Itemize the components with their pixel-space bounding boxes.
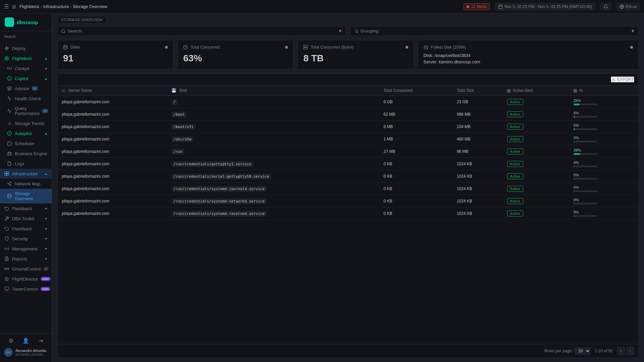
cell-disk: /run — [167, 145, 379, 158]
sidebar-item-network-map[interactable]: Network Map — [0, 179, 52, 189]
cell-alert: Active — [503, 121, 570, 133]
search-filter-box[interactable]: Search: ▼ — [57, 26, 346, 36]
svg-point-42 — [62, 29, 65, 32]
sidebar-item-infrastructure[interactable]: Infrastructure ▲ — [0, 169, 52, 179]
flightdirector-soon-badge: soon — [41, 277, 51, 281]
svg-point-13 — [7, 76, 11, 80]
disk-path: /run — [171, 149, 184, 155]
footer-icons: ⚙ 👤 ⇥ — [0, 336, 52, 345]
sidebar-item-security[interactable]: Security ▼ — [0, 234, 52, 244]
disk-path: /run/credentials/systemd-networkd.servic… — [171, 198, 267, 204]
sidebar-item-flashback[interactable]: Flashback ▼ — [0, 203, 52, 214]
sidebar-item-deploy[interactable]: Deploy — [0, 43, 52, 53]
total-consumed-label: Total Consumed — [191, 45, 220, 50]
scheduler-icon — [7, 141, 12, 146]
sidebar-item-query-performance[interactable]: Query Performance AI — [0, 104, 52, 118]
locale-button[interactable]: EN-us — [616, 3, 640, 10]
total-bytes-dot — [406, 46, 408, 49]
table-scroll[interactable]: ▤ Server Name 💾 Disk Total Consumed — [58, 85, 638, 344]
grid-icon[interactable]: ⊞ — [12, 4, 16, 9]
pct-label: 25% — [574, 99, 634, 103]
pct-label: 28% — [574, 148, 634, 152]
th-consumed[interactable]: Total Consumed — [380, 85, 453, 96]
rows-per-page-select[interactable]: 10 25 50 — [575, 347, 591, 355]
th-pct-icon — [574, 89, 577, 93]
th-server-name[interactable]: ▤ Server Name — [58, 85, 167, 96]
alerts-badge[interactable]: 12 Alerts — [464, 3, 490, 10]
sidebar-item-autopilot[interactable]: Autopilot ▲ — [0, 128, 52, 138]
hamburger-icon[interactable]: ☰ — [4, 3, 9, 10]
sidebar-item-advisor[interactable]: Advisor AI — [0, 83, 52, 94]
cell-consumed: 6 MB — [380, 121, 453, 133]
datetime-button[interactable]: Nov 5, 02:25 PM - Nov 5, 03:25 PM (GMT-0… — [495, 3, 595, 10]
infrastructure-icon — [4, 171, 9, 176]
th-pct[interactable]: % — [570, 85, 638, 96]
progress-bar-fill — [574, 128, 575, 130]
export-button[interactable]: EXPORT — [611, 76, 634, 82]
sidebar-item-dba-toolkit[interactable]: DBA Toolkit ▼ — [0, 214, 52, 224]
grouping-filter-box[interactable]: Grouping: ▼ — [350, 26, 639, 36]
sidebar-item-management[interactable]: Management ▼ — [0, 244, 52, 254]
search-input[interactable] — [85, 28, 336, 34]
advisor-icon — [7, 86, 12, 91]
user-icon[interactable]: 👤 — [22, 338, 29, 344]
network-map-icon — [7, 181, 12, 186]
svg-line-32 — [9, 183, 10, 183]
cell-disk: /boot — [167, 108, 379, 121]
logout-icon[interactable]: ⇥ — [39, 338, 43, 344]
disks-value: 91 — [63, 53, 168, 64]
sidebar-item-cockpit[interactable]: Cockpit ▼ — [0, 63, 52, 73]
svg-rect-26 — [5, 174, 6, 176]
active-badge: Active — [507, 210, 523, 217]
cell-pct: 0% — [570, 195, 638, 207]
next-page-button[interactable]: › — [626, 347, 634, 355]
sidebar-item-flashback2[interactable]: Flashback ▼ — [0, 224, 52, 234]
settings-icon[interactable]: ⚙ — [9, 338, 13, 344]
sidebar-item-towercontrol[interactable]: TowerControl soon — [0, 284, 52, 294]
flightdeck-label: Flightdeck — [12, 56, 32, 61]
flightdirector-label: FlightDirector — [12, 277, 38, 282]
sidebar-item-reports[interactable]: Reports ▼ — [0, 254, 52, 264]
towercontrol-icon — [4, 286, 9, 292]
progress-bar-fill — [574, 215, 574, 217]
sidebar-item-copilot[interactable]: Copilot ▲ — [0, 73, 52, 83]
settings-button[interactable] — [600, 3, 611, 10]
rows-per-page-label: Rows per page: — [544, 349, 573, 353]
th-alert[interactable]: Active Alert — [503, 85, 570, 96]
sidebar-item-scheduler[interactable]: Scheduler — [0, 138, 52, 148]
sidebar-item-flightdeck[interactable]: Flightdeck ▲ — [0, 53, 52, 63]
th-size[interactable]: Total Size — [453, 85, 503, 96]
storage-icon — [303, 45, 308, 50]
sidebar-item-health-check[interactable]: Health Check — [0, 94, 52, 104]
sidebar-item-storage-overview[interactable]: Storage Overview — [0, 189, 52, 203]
deploy-icon — [4, 46, 9, 51]
dba-icon — [4, 216, 9, 221]
pct-label: 5% — [574, 123, 634, 127]
svg-rect-52 — [304, 48, 308, 49]
search-filter-label: Search: — [68, 28, 83, 34]
th-disk[interactable]: 💾 Disk — [167, 85, 379, 96]
sidebar-item-storage-trends[interactable]: Storage Trends — [0, 118, 52, 128]
prev-page-button[interactable]: ‹ — [617, 347, 625, 355]
sidebar-item-business-engine[interactable]: Business Engine — [0, 148, 52, 159]
topbar: ☰ ⊞ Flightdeck - Infrastructure - Storag… — [0, 0, 644, 13]
cell-disk: /run/credentials/systemd-journald.servic… — [167, 183, 379, 195]
table-body: pitaya.gabrieltomazini.com / 6 GB 23 GB … — [58, 96, 638, 220]
pagination-row: Rows per page: 10 25 50 1-10 of 91 ‹ › — [58, 344, 638, 358]
rows-per-page: Rows per page: 10 25 50 — [544, 347, 591, 355]
sidebar-item-logs[interactable]: Logs — [0, 159, 52, 169]
cell-server: pitaya.gabrieltomazini.com — [58, 183, 167, 195]
active-badge: Active — [507, 124, 523, 130]
pct-label: 6% — [574, 111, 634, 115]
flashback2-label: Flashback — [12, 226, 32, 231]
cell-pct: 0% — [570, 207, 638, 220]
sidebar-item-flightdirector[interactable]: FlightDirector soon — [0, 274, 52, 284]
health-icon — [7, 96, 12, 101]
cell-disk: /boot/efi — [167, 121, 379, 133]
cell-disk: /run/credentials/systemd-resolved.servic… — [167, 207, 379, 220]
sidebar-item-groundcontrol[interactable]: GroundControl ● — [0, 264, 52, 274]
locale-text: EN-us — [626, 4, 637, 9]
disk-path: / — [171, 99, 178, 105]
bell-icon — [603, 4, 608, 9]
cell-disk: /dev/shm — [167, 133, 379, 145]
